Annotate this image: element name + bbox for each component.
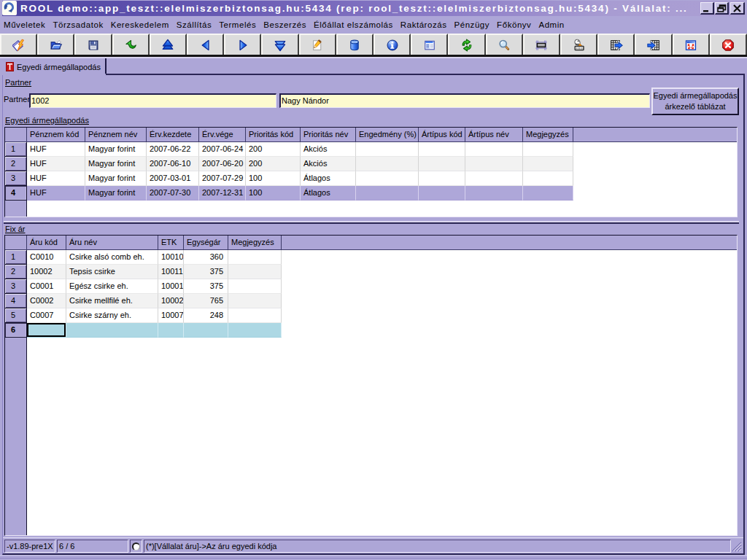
row-number-cell[interactable]: 3 bbox=[5, 279, 27, 294]
grid-cell[interactable] bbox=[158, 323, 184, 338]
edit-button[interactable] bbox=[299, 34, 336, 55]
form-view-button[interactable] bbox=[411, 34, 448, 55]
grid-cell[interactable] bbox=[419, 186, 465, 201]
grid-cell[interactable]: HUF bbox=[27, 186, 85, 201]
info-button[interactable] bbox=[374, 34, 411, 55]
next-record-button[interactable] bbox=[224, 34, 261, 55]
grid-cell[interactable] bbox=[419, 171, 465, 186]
grid-cell[interactable] bbox=[465, 171, 523, 186]
grid-cell[interactable]: Átlagos bbox=[301, 186, 356, 201]
grid-cell[interactable]: HUF bbox=[27, 157, 85, 171]
partner-code-input[interactable] bbox=[29, 93, 276, 108]
grid-cell[interactable]: 765 bbox=[184, 294, 228, 308]
grid-cell[interactable]: 100 bbox=[246, 171, 301, 186]
agreements-grid[interactable]: Pénznem kódPénznem névÉrv.kezdeteÉrv.vég… bbox=[4, 127, 738, 217]
grid-cell[interactable]: Egész csirke eh. bbox=[66, 279, 158, 294]
grid-cell[interactable] bbox=[523, 186, 573, 201]
grid-cell[interactable]: 10010 bbox=[158, 250, 184, 265]
import-grid-button[interactable] bbox=[635, 34, 672, 55]
column-header[interactable]: Ártípus név bbox=[465, 128, 523, 141]
grid-cell[interactable] bbox=[184, 323, 228, 338]
grid-cell[interactable]: 10001 bbox=[158, 279, 184, 294]
grid-cell[interactable] bbox=[356, 171, 419, 186]
row-number-cell[interactable]: 3 bbox=[5, 171, 27, 186]
grid-cell[interactable]: Csirke alsó comb eh. bbox=[66, 250, 158, 265]
grid-cell[interactable]: 2007-06-10 bbox=[147, 157, 199, 171]
grid-cell[interactable]: Magyar forint bbox=[85, 142, 147, 157]
grid-cell[interactable]: 248 bbox=[184, 308, 228, 323]
column-header[interactable]: Pénznem név bbox=[85, 128, 147, 141]
grid-cell[interactable]: 2007-06-20 bbox=[199, 157, 246, 171]
grid-cell[interactable]: HUF bbox=[27, 142, 85, 157]
column-header[interactable]: Áru kód bbox=[27, 236, 66, 249]
menu-penzugy[interactable]: Pénzügy bbox=[451, 17, 494, 33]
grid-cell[interactable] bbox=[27, 323, 66, 338]
table-row[interactable]: 3HUFMagyar forint2007-03-012007-07-29100… bbox=[5, 171, 737, 186]
table-row[interactable]: 4C0002Csirke mellfilé eh.10002765 bbox=[5, 294, 737, 308]
grid-cell[interactable] bbox=[228, 294, 282, 308]
column-header[interactable]: Prioritás kód bbox=[246, 128, 301, 141]
table-row[interactable]: 1C0010Csirke alsó comb eh.10010360 bbox=[5, 250, 737, 265]
grid-cell[interactable]: Tepsis csirke bbox=[66, 265, 158, 279]
restore-button[interactable] bbox=[715, 2, 729, 15]
grid-cell[interactable]: 375 bbox=[184, 279, 228, 294]
column-header[interactable]: Ártípus kód bbox=[419, 128, 465, 141]
row-number-cell[interactable]: 6 bbox=[5, 323, 27, 338]
column-header[interactable]: Megjegyzés bbox=[523, 128, 573, 141]
grid-cell[interactable] bbox=[523, 142, 573, 157]
column-header[interactable]: Engedmény (%) bbox=[356, 128, 419, 141]
grid-cell[interactable]: 10002 bbox=[27, 265, 66, 279]
column-header[interactable]: Áru név bbox=[66, 236, 158, 249]
table-row[interactable]: 5C0007Csirke szárny eh.10007248 bbox=[5, 308, 737, 323]
column-header[interactable]: Érv.kezdete bbox=[147, 128, 199, 141]
grid-cell[interactable] bbox=[523, 171, 573, 186]
column-header[interactable]: Érv.vége bbox=[199, 128, 246, 141]
table-row[interactable]: 3C0001Egész csirke eh.10001375 bbox=[5, 279, 737, 294]
grid-cell[interactable]: 2007-03-01 bbox=[147, 171, 199, 186]
table-row[interactable]: 2HUFMagyar forint2007-06-102007-06-20200… bbox=[5, 157, 737, 171]
grid-cell[interactable]: Akciós bbox=[301, 142, 356, 157]
tab-egyedi-armegallapodas[interactable]: Egyedi ármegállapodás bbox=[2, 58, 107, 75]
grid-cell[interactable]: HUF bbox=[27, 171, 85, 186]
grid-cell[interactable] bbox=[228, 323, 282, 338]
save-button[interactable] bbox=[74, 34, 112, 55]
grid-cell[interactable]: C0002 bbox=[27, 294, 66, 308]
row-number-cell[interactable]: 1 bbox=[5, 142, 27, 157]
row-number-cell[interactable]: 2 bbox=[5, 157, 27, 171]
current-row-button[interactable] bbox=[523, 34, 560, 55]
database-button[interactable] bbox=[336, 34, 374, 55]
grid-cell[interactable] bbox=[228, 279, 282, 294]
grid-cell[interactable]: Átlagos bbox=[301, 171, 356, 186]
menu-eloallat-elszamolas[interactable]: Élőállat elszámolás bbox=[310, 17, 397, 33]
grid-cell[interactable]: Csirke mellfilé eh. bbox=[66, 294, 158, 308]
grid-cell[interactable] bbox=[228, 250, 282, 265]
grid-cell[interactable] bbox=[66, 323, 158, 338]
resize-grip[interactable] bbox=[731, 541, 742, 552]
grid-cell[interactable]: 10011 bbox=[158, 265, 184, 279]
grid-cell[interactable]: 10007 bbox=[158, 308, 184, 323]
prev-record-button[interactable] bbox=[187, 34, 224, 55]
title-bar[interactable]: ROOL demo::app_teszt::elelmiszerbiztonsa… bbox=[2, 1, 745, 16]
grid-cell[interactable]: C0010 bbox=[27, 250, 66, 265]
grid-cell[interactable]: 2007-06-22 bbox=[147, 142, 199, 157]
grid-cell[interactable]: 360 bbox=[184, 250, 228, 265]
fullscreen-button[interactable] bbox=[673, 34, 710, 55]
menu-kereskedelem[interactable]: Kereskedelem bbox=[107, 17, 173, 33]
row-number-cell[interactable]: 4 bbox=[5, 294, 27, 308]
grid-cell[interactable] bbox=[523, 157, 573, 171]
column-header[interactable]: Egységár bbox=[184, 236, 228, 249]
grid-cell[interactable] bbox=[356, 157, 419, 171]
menu-raktarozas[interactable]: Raktározás bbox=[397, 17, 451, 33]
last-record-button[interactable] bbox=[261, 34, 298, 55]
grid-cell[interactable]: 2007-06-24 bbox=[199, 142, 246, 157]
row-number-cell[interactable]: 1 bbox=[5, 250, 27, 265]
open-button[interactable] bbox=[37, 34, 74, 55]
table-row[interactable]: 210002Tepsis csirke10011375 bbox=[5, 265, 737, 279]
minimize-button[interactable] bbox=[700, 2, 714, 15]
price-table-button[interactable]: Egyedi ármegállapodás árkezelő táblázat bbox=[651, 88, 739, 115]
first-record-button[interactable] bbox=[150, 34, 187, 55]
partner-name-input[interactable] bbox=[279, 93, 650, 108]
grid-cell[interactable]: 100 bbox=[246, 186, 301, 201]
menu-termeles[interactable]: Termelés bbox=[215, 17, 260, 33]
menu-beszerzes[interactable]: Beszerzés bbox=[260, 17, 310, 33]
